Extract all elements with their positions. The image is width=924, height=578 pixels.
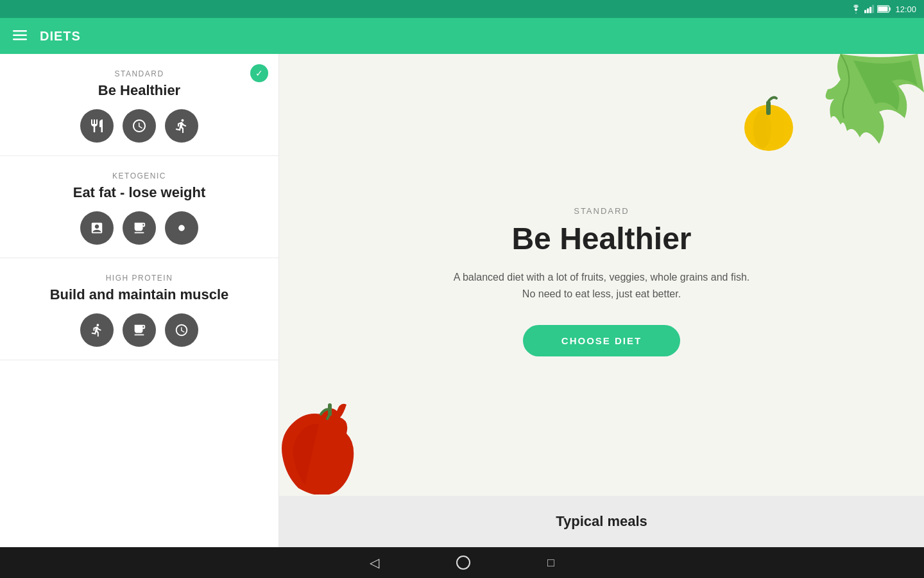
detail-diet-title: Be Healthier bbox=[511, 221, 691, 256]
diet-icon-fork bbox=[80, 109, 114, 143]
status-time: 12:00 bbox=[895, 4, 916, 14]
red-pepper-decoration bbox=[279, 398, 369, 495]
svg-point-13 bbox=[766, 110, 784, 148]
wifi-icon bbox=[850, 4, 862, 13]
battery-icon bbox=[877, 5, 891, 13]
lettuce-decoration bbox=[789, 54, 924, 202]
home-nav-icon[interactable] bbox=[456, 556, 470, 570]
svg-rect-7 bbox=[13, 30, 27, 32]
diet-icon-keto-1 bbox=[80, 211, 114, 245]
typical-meals-section: Typical meals bbox=[279, 496, 924, 547]
svg-rect-14 bbox=[766, 101, 771, 115]
detail-diet-label: STANDARD bbox=[574, 206, 629, 216]
main-content: ✓ STANDARD Be Healthier bbox=[0, 54, 924, 547]
svg-rect-5 bbox=[889, 7, 891, 10]
diet-icon-scale bbox=[123, 109, 156, 143]
diet-icons-ketogenic bbox=[13, 211, 266, 245]
choose-diet-button[interactable]: CHOOSE DIET bbox=[523, 325, 680, 356]
diet-icons-highprotein bbox=[13, 313, 266, 347]
check-badge-standard: ✓ bbox=[250, 64, 268, 82]
svg-rect-1 bbox=[867, 8, 869, 13]
sidebar: ✓ STANDARD Be Healthier bbox=[0, 54, 279, 547]
status-bar: 12:00 bbox=[0, 0, 924, 18]
diet-icon-protein-3 bbox=[165, 313, 198, 347]
diet-icon-protein-1 bbox=[80, 313, 114, 347]
diet-icon-fitness bbox=[165, 109, 198, 143]
diet-label-highprotein: HIGH PROTEIN bbox=[13, 274, 266, 283]
hamburger-icon[interactable] bbox=[13, 29, 27, 44]
diet-title-standard: Be Healthier bbox=[13, 82, 266, 99]
diet-icon-protein-2 bbox=[123, 313, 156, 347]
back-nav-icon[interactable]: ◁ bbox=[370, 555, 379, 570]
svg-rect-9 bbox=[13, 39, 27, 40]
svg-rect-0 bbox=[864, 10, 866, 13]
detail-diet-description: A balanced diet with a lot of fruits, ve… bbox=[448, 269, 756, 302]
signal-icon bbox=[864, 4, 875, 13]
diet-item-standard[interactable]: ✓ STANDARD Be Healthier bbox=[0, 54, 278, 156]
app-title: DIETS bbox=[40, 29, 81, 44]
status-icons bbox=[850, 4, 891, 13]
diet-item-ketogenic[interactable]: KETOGENIC Eat fat - lose weight bbox=[0, 156, 278, 258]
recents-nav-icon[interactable]: □ bbox=[547, 556, 554, 570]
diet-label-ketogenic: KETOGENIC bbox=[13, 171, 266, 180]
diet-label-standard: STANDARD bbox=[13, 69, 266, 78]
diet-icon-keto-2 bbox=[123, 211, 156, 245]
svg-rect-8 bbox=[13, 34, 27, 36]
typical-meals-title: Typical meals bbox=[556, 513, 647, 530]
diet-title-ketogenic: Eat fat - lose weight bbox=[13, 184, 266, 201]
svg-rect-15 bbox=[328, 403, 332, 416]
diet-item-highprotein[interactable]: HIGH PROTEIN Build and maintain muscle bbox=[0, 258, 278, 360]
svg-rect-6 bbox=[878, 6, 888, 12]
diet-title-highprotein: Build and maintain muscle bbox=[13, 286, 266, 303]
diet-icon-keto-3 bbox=[165, 211, 198, 245]
top-bar: DIETS bbox=[0, 18, 924, 54]
bottom-nav-bar: ◁ □ bbox=[0, 547, 924, 578]
diet-icons-standard bbox=[13, 109, 266, 143]
svg-rect-2 bbox=[869, 7, 871, 13]
right-panel: STANDARD Be Healthier A balanced diet wi… bbox=[279, 54, 924, 547]
svg-rect-3 bbox=[872, 5, 874, 13]
